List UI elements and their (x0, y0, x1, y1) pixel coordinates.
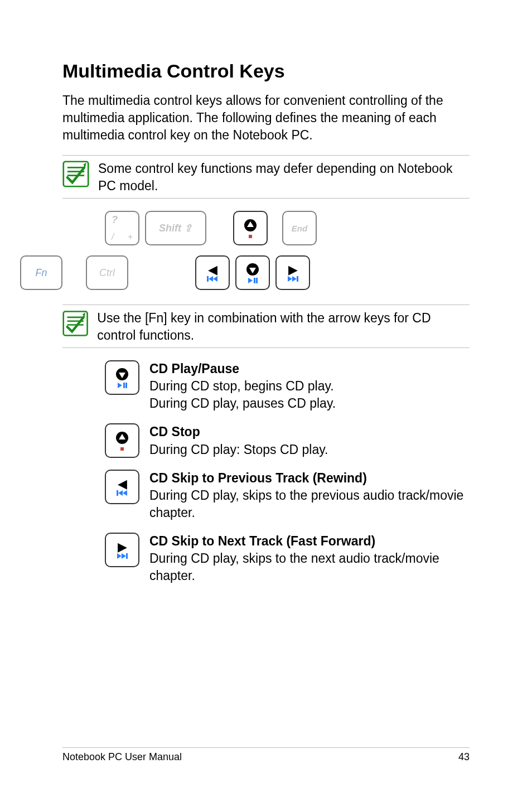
right-triangle-icon: ▶ (288, 264, 298, 276)
key-arrow-up-stop (233, 211, 268, 245)
def-next: ▶ CD Skip to Next Track (Fast Forward) D… (62, 533, 470, 584)
arrow-down-playpause-icon (115, 368, 129, 381)
svg-rect-6 (297, 276, 298, 282)
arrow-down-playpause-icon (246, 263, 259, 276)
play-pause-icon (247, 278, 258, 283)
svg-rect-10 (125, 383, 127, 388)
svg-rect-4 (254, 278, 255, 283)
prev-track-icon (117, 490, 128, 496)
key-question-slash: ? /+ (105, 211, 139, 245)
def-next-line1: During CD play, skips to the next audio … (149, 550, 470, 584)
def-playpause: CD Play/Pause During CD stop, begins CD … (62, 360, 470, 412)
def-stop-line1: During CD play: Stops CD play. (149, 441, 328, 458)
def-prev-line1: During CD play, skips to the previous au… (149, 487, 470, 521)
svg-rect-12 (117, 490, 118, 496)
footer-page-number: 43 (458, 751, 470, 763)
note-text-2: Use the [Fn] key in combination with the… (97, 308, 470, 344)
key-icon-playpause-def (105, 360, 139, 395)
arrow-up-stop-icon (115, 431, 129, 445)
def-playpause-title: CD Play/Pause (149, 360, 336, 378)
key-arrow-right-next: ▶ (275, 255, 310, 290)
next-track-icon (117, 553, 128, 559)
arrow-up-stop-icon (244, 219, 257, 232)
key-shift: Shift ⇧ (145, 211, 206, 245)
note-icon (62, 159, 89, 189)
key-icon-stop-def (105, 423, 139, 458)
def-prev-title: CD Skip to Previous Track (Rewind) (149, 470, 470, 487)
svg-rect-13 (126, 553, 128, 559)
key-icon-next-def: ▶ (105, 533, 139, 567)
key-fn: Fn (20, 255, 62, 290)
play-pause-icon (117, 383, 128, 388)
note-block-2: Use the [Fn] key in combination with the… (62, 305, 470, 348)
right-triangle-icon: ▶ (118, 541, 127, 553)
footer-left: Notebook PC User Manual (62, 751, 182, 763)
key-arrow-down-playpause (235, 255, 270, 290)
definition-list: CD Play/Pause During CD stop, begins CD … (62, 360, 470, 584)
def-playpause-line1: During CD stop, begins CD play. (149, 378, 336, 395)
note-block-1: Some control key functions may defer dep… (62, 155, 470, 199)
svg-rect-2 (207, 276, 209, 282)
prev-track-icon (207, 276, 218, 282)
svg-rect-9 (123, 383, 125, 388)
left-triangle-icon: ◀ (118, 478, 127, 490)
key-icon-prev-def: ◀ (105, 470, 139, 504)
note-text-1: Some control key functions may defer dep… (98, 159, 470, 195)
page-footer: Notebook PC User Manual 43 (62, 747, 470, 763)
def-next-title: CD Skip to Next Track (Fast Forward) (149, 533, 470, 550)
keyboard-diagram: ? /+ Shift ⇧ End Fn Ctrl ◀ (62, 211, 470, 290)
stop-icon (120, 447, 124, 451)
def-prev: ◀ CD Skip to Previous Track (Rewind) Dur… (62, 470, 470, 521)
stop-icon (249, 235, 252, 238)
def-stop-title: CD Stop (149, 423, 328, 441)
def-playpause-line2: During CD play, pauses CD play. (149, 395, 336, 412)
next-track-icon (287, 276, 298, 282)
intro-paragraph: The multimedia control keys allows for c… (62, 92, 470, 144)
left-triangle-icon: ◀ (208, 264, 217, 276)
page-title: Multimedia Control Keys (62, 60, 470, 82)
key-end: End (282, 211, 317, 245)
svg-rect-5 (256, 278, 258, 283)
def-stop: CD Stop During CD play: Stops CD play. (62, 423, 470, 458)
key-ctrl: Ctrl (86, 255, 128, 290)
note-icon (62, 308, 88, 339)
key-arrow-left-prev: ◀ (195, 255, 230, 290)
